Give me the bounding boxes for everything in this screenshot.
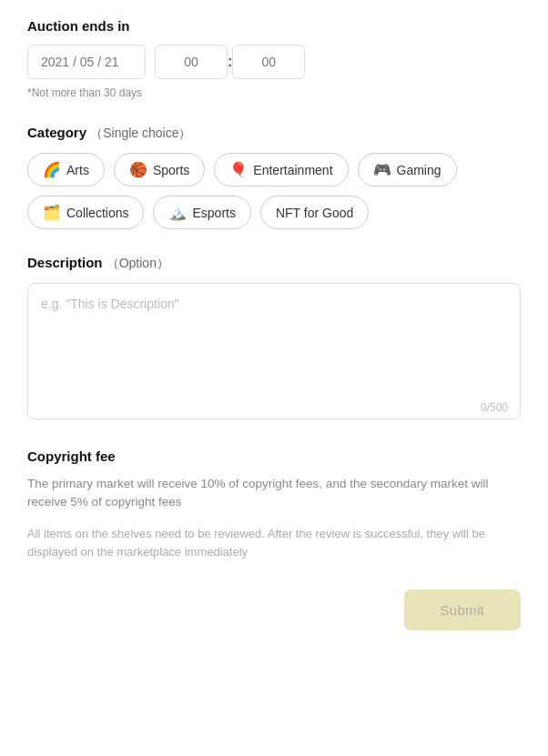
copyright-title: Copyright fee — [27, 449, 521, 464]
auction-hint: *Not more than 30 days — [27, 86, 521, 99]
copyright-primary-text: The primary market will receive 10% of c… — [27, 475, 521, 512]
description-wrapper: 0/500 — [27, 283, 521, 423]
chip-nft-for-good-label: NFT for Good — [276, 206, 353, 220]
description-title: Description （Option） — [27, 255, 521, 272]
chip-esports-label: Esports — [192, 206, 235, 220]
auction-title: Auction ends in — [27, 18, 521, 34]
description-section: Description （Option） 0/500 — [27, 255, 521, 423]
category-subtitle: （Single choice） — [90, 126, 191, 140]
time-group: : — [155, 45, 305, 79]
auction-inputs: : — [27, 45, 521, 79]
chip-sports[interactable]: 🏀Sports — [114, 153, 205, 186]
chip-sports-emoji: 🏀 — [129, 161, 147, 178]
chip-arts-label: Arts — [66, 163, 89, 177]
char-count: 0/500 — [481, 401, 508, 414]
chip-entertainment-emoji: 🎈 — [229, 161, 248, 178]
auction-date-input[interactable] — [27, 45, 146, 79]
submit-button[interactable]: Submit — [404, 590, 522, 630]
chip-gaming-label: Gaming — [397, 163, 441, 177]
chip-gaming[interactable]: 🎮Gaming — [358, 153, 457, 186]
auction-minute-input[interactable] — [232, 45, 305, 79]
chip-gaming-emoji: 🎮 — [373, 161, 391, 178]
chip-arts[interactable]: 🌈Arts — [27, 153, 105, 186]
chip-entertainment[interactable]: 🎈Entertainment — [214, 153, 348, 186]
auction-section: Auction ends in : *Not more than 30 days — [27, 18, 521, 99]
chip-collections[interactable]: 🗂️Collections — [27, 196, 144, 229]
chip-arts-emoji: 🌈 — [43, 161, 61, 178]
description-subtitle: （Option） — [107, 256, 169, 270]
chip-entertainment-label: Entertainment — [253, 163, 332, 177]
auction-hour-input[interactable] — [155, 45, 228, 79]
chip-nft-for-good[interactable]: NFT for Good — [260, 196, 369, 229]
submit-row: Submit — [27, 590, 521, 630]
copyright-section: Copyright fee The primary market will re… — [27, 449, 521, 562]
chip-collections-emoji: 🗂️ — [43, 204, 61, 221]
category-title: Category （Single choice） — [27, 125, 521, 142]
category-section: Category （Single choice） 🌈Arts🏀Sports🎈En… — [27, 125, 521, 229]
chip-esports-emoji: 🏔️ — [168, 204, 187, 221]
chip-sports-label: Sports — [153, 163, 189, 177]
description-textarea[interactable] — [27, 283, 521, 419]
chip-collections-label: Collections — [66, 206, 128, 220]
category-chips: 🌈Arts🏀Sports🎈Entertainment🎮Gaming🗂️Colle… — [27, 153, 521, 229]
copyright-secondary-text: All items on the shelves need to be revi… — [27, 525, 521, 563]
chip-esports[interactable]: 🏔️Esports — [153, 196, 250, 229]
